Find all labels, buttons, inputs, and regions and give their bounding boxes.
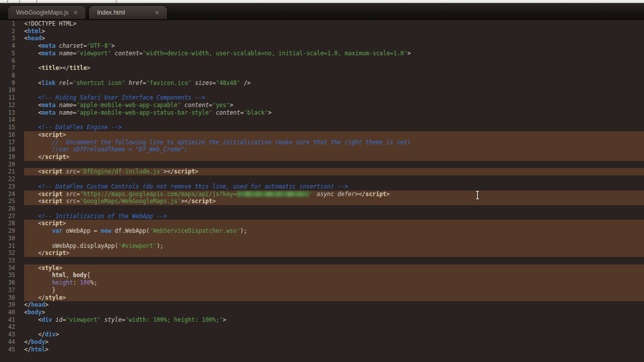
code-editor[interactable]: 1<!DOCTYPE HTML>2<html>3<head>4 <meta ch…: [0, 20, 644, 362]
window-above-mark: [116, 1, 117, 3]
code-line-text: </style>: [24, 294, 644, 302]
code-line[interactable]: 44</body>: [0, 338, 644, 346]
line-number: 36: [0, 279, 24, 287]
line-number: 34: [0, 264, 24, 272]
tab-WebGoogleMaps.js[interactable]: WebGoogleMaps.js×: [8, 6, 86, 19]
code-line[interactable]: 19 </script>: [0, 153, 644, 161]
line-number: 28: [0, 220, 24, 227]
line-number: 23: [0, 183, 24, 191]
code-line[interactable]: 28 <script>: [0, 220, 644, 227]
code-line[interactable]: 4 <meta charset="UTF-8">: [0, 42, 644, 50]
tab-Index.html[interactable]: Index.html×: [89, 6, 167, 19]
line-number: 35: [0, 272, 24, 279]
code-line-text: <!-- DataFlex Custom Controls (do not re…: [24, 183, 644, 191]
code-line[interactable]: 25 <script src="GoogleMaps/WebGoogleMaps…: [0, 198, 644, 205]
code-line[interactable]: 18 //var sDfPreloadTheme = "Df_Web_Creme…: [0, 146, 644, 153]
redacted-api-key: [237, 192, 309, 197]
line-number: 44: [0, 338, 24, 346]
code-line[interactable]: 15 <!-- DataFlex Engine -->: [0, 124, 644, 131]
line-number: 3: [0, 35, 24, 42]
code-line[interactable]: 16 <script>: [0, 131, 644, 139]
code-line[interactable]: 6: [0, 57, 644, 65]
code-line-text: <div id="viewport" style="width: 100%; h…: [24, 316, 644, 324]
code-line[interactable]: 17 // Uncomment the following line to op…: [0, 139, 644, 146]
code-line-text: <meta name="apple-mobile-web-app-capable…: [24, 102, 644, 109]
code-line[interactable]: 36 height: 100%;: [0, 279, 644, 287]
code-line-text: <script>: [24, 220, 644, 227]
code-line-text: <meta charset="UTF-8">: [24, 42, 644, 50]
code-line[interactable]: 5 <meta name="viewport" content="width=d…: [0, 50, 644, 57]
code-line-text: [24, 57, 644, 65]
code-line[interactable]: 9 <link rel="shortcut icon" href="favico…: [0, 79, 644, 87]
code-line[interactable]: 13 <meta name="apple-mobile-web-app-stat…: [0, 109, 644, 117]
tab-close-icon[interactable]: ×: [73, 9, 86, 16]
line-number: 11: [0, 94, 24, 102]
code-line[interactable]: 14: [0, 116, 644, 124]
code-line-text: <script src="GoogleMaps/WebGoogleMaps.js…: [24, 198, 644, 205]
code-line[interactable]: 3<head>: [0, 35, 644, 42]
code-line[interactable]: 45</html>: [0, 346, 644, 353]
code-line[interactable]: 30: [0, 235, 644, 242]
code-line[interactable]: 37 }: [0, 287, 644, 294]
code-line-text: <!-- Initialization of the WebApp -->: [24, 213, 644, 220]
code-line-text: <body>: [24, 309, 644, 316]
code-line[interactable]: 1<!DOCTYPE HTML>: [0, 20, 644, 28]
line-number: 38: [0, 294, 24, 302]
code-line[interactable]: 41 <div id="viewport" style="width: 100%…: [0, 316, 644, 324]
code-line-text: }: [24, 287, 644, 294]
code-line-text: </script>: [24, 153, 644, 161]
code-line[interactable]: 20: [0, 161, 644, 168]
line-number: 30: [0, 235, 24, 242]
code-line[interactable]: 11 <!-- Hiding Safari User Interface Com…: [0, 94, 644, 102]
code-line[interactable]: 12 <meta name="apple-mobile-web-app-capa…: [0, 102, 644, 109]
line-number: 40: [0, 309, 24, 316]
code-line[interactable]: 7 <title></title>: [0, 64, 644, 72]
code-line-text: //var sDfPreloadTheme = "Df_Web_Creme";: [24, 146, 644, 153]
tab-close-icon[interactable]: ×: [154, 9, 167, 16]
code-line[interactable]: 39</head>: [0, 301, 644, 309]
code-line-text: // Uncomment the following line to optim…: [24, 139, 644, 146]
code-line-text: var oWebApp = new df.WebApp("WebServiceD…: [24, 227, 644, 235]
code-line[interactable]: 43 </div>: [0, 331, 644, 338]
code-line[interactable]: 8: [0, 72, 644, 79]
line-number: 13: [0, 109, 24, 117]
line-number: 29: [0, 227, 24, 235]
line-number: 27: [0, 213, 24, 220]
line-number: 4: [0, 42, 24, 50]
code-line[interactable]: 31 oWebApp.displayApp("#viewport");: [0, 242, 644, 250]
window-above-mark: [7, 1, 8, 3]
code-line-text: <script src="DfEngine/df-include.js"></s…: [24, 168, 644, 175]
code-line[interactable]: 24 <script src="https://maps.googleapis.…: [0, 191, 644, 198]
code-line[interactable]: 42: [0, 323, 644, 331]
line-number: 20: [0, 161, 24, 168]
line-number: 15: [0, 124, 24, 131]
code-line[interactable]: 32 </script>: [0, 249, 644, 257]
code-line-text: [24, 323, 644, 331]
line-number: 33: [0, 257, 24, 264]
code-line[interactable]: 27 <!-- Initialization of the WebApp -->: [0, 213, 644, 220]
code-line-text: <link rel="shortcut icon" href="favicon.…: [24, 79, 644, 87]
line-number: 7: [0, 64, 24, 72]
code-line[interactable]: 22: [0, 175, 644, 183]
line-number: 32: [0, 249, 24, 257]
code-line[interactable]: 10: [0, 86, 644, 94]
code-line[interactable]: 2<html>: [0, 28, 644, 35]
code-line[interactable]: 21 <script src="DfEngine/df-include.js">…: [0, 168, 644, 175]
code-line-text: height: 100%;: [24, 279, 644, 287]
code-line[interactable]: 29 var oWebApp = new df.WebApp("WebServi…: [0, 227, 644, 235]
code-line[interactable]: 26: [0, 205, 644, 213]
code-line[interactable]: 23 <!-- DataFlex Custom Controls (do not…: [0, 183, 644, 191]
code-line-text: </head>: [24, 301, 644, 309]
code-line-text: <!-- Hiding Safari User Interface Compon…: [24, 94, 644, 102]
line-number: 10: [0, 86, 24, 94]
code-line-text: <meta name="apple-mobile-web-app-status-…: [24, 109, 644, 117]
code-line-text: <title></title>: [24, 64, 644, 72]
line-number: 9: [0, 79, 24, 87]
code-line[interactable]: 40<body>: [0, 309, 644, 316]
code-line[interactable]: 34 <style>: [0, 264, 644, 272]
code-line[interactable]: 33: [0, 257, 644, 264]
code-line-text: oWebApp.displayApp("#viewport");: [24, 242, 644, 250]
code-line[interactable]: 35 html, body{: [0, 272, 644, 279]
line-number: 17: [0, 139, 24, 146]
code-line[interactable]: 38 </style>: [0, 294, 644, 302]
